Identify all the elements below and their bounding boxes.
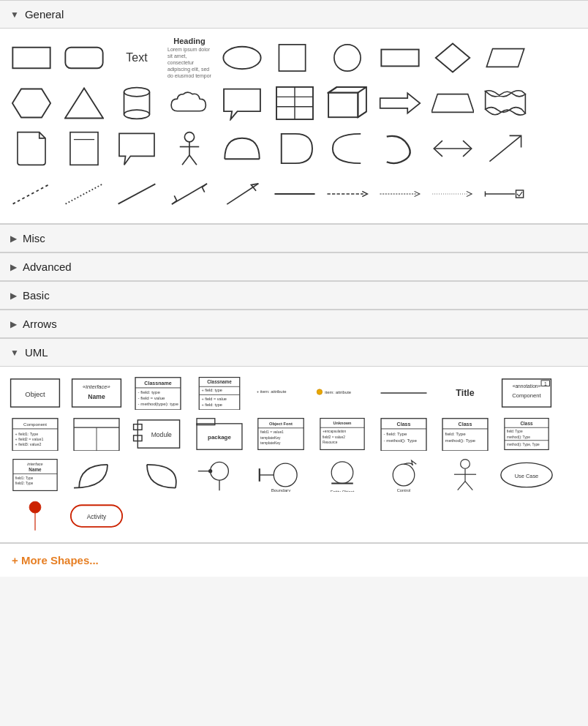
uml-class-detail[interactable]: Classname + field: type + field = value … bbox=[190, 374, 249, 412]
section-header-misc[interactable]: ▶ Misc bbox=[0, 224, 588, 252]
shape-cylinder[interactable] bbox=[111, 81, 162, 125]
shape-cloud[interactable] bbox=[164, 81, 215, 125]
uml-actor[interactable] bbox=[436, 456, 494, 494]
svg-text:field: Type: field: Type bbox=[507, 430, 523, 433]
svg-text:Activity: Activity bbox=[87, 513, 107, 520]
shape-arrow-right[interactable] bbox=[374, 81, 426, 125]
uml-interface[interactable]: «interface» Name bbox=[67, 374, 126, 412]
shape-half-circle[interactable] bbox=[216, 127, 268, 171]
shape-diagonal-arrow[interactable] bbox=[480, 127, 531, 171]
shape-heading[interactable]: Heading Lorem ipsum dolor sit amet, cons… bbox=[164, 36, 215, 80]
shape-document[interactable] bbox=[6, 127, 57, 171]
shape-double-arrow[interactable] bbox=[427, 127, 478, 171]
shape-rectangle-rounded[interactable] bbox=[59, 36, 110, 80]
shape-connector-straight[interactable] bbox=[269, 172, 320, 216]
uml-initial-state[interactable] bbox=[6, 497, 64, 535]
shape-document-alt[interactable] bbox=[59, 127, 110, 171]
uml-component-box[interactable]: «annotation» Component 1 bbox=[497, 374, 556, 412]
shape-line-arrow-both[interactable] bbox=[164, 172, 215, 216]
svg-text:field1 = value1: field1 = value1 bbox=[260, 430, 284, 434]
shape-arrow-up-right[interactable] bbox=[216, 172, 268, 216]
shape-rectangle-horizontal[interactable] bbox=[374, 36, 426, 80]
uml-control-object[interactable]: Control Object bbox=[374, 456, 433, 494]
svg-point-10 bbox=[124, 88, 150, 97]
more-shapes-button[interactable]: + More Shapes... bbox=[0, 543, 588, 577]
uml-line[interactable] bbox=[374, 374, 433, 412]
uml-boundary-object[interactable]: Boundary Object bbox=[252, 456, 310, 494]
shape-diamond[interactable] bbox=[427, 36, 478, 80]
svg-text:templateKey: templateKey bbox=[260, 436, 281, 440]
uml-class-simple[interactable]: Class - field: Type - method(): Type bbox=[374, 415, 433, 453]
shape-table[interactable] bbox=[269, 81, 320, 125]
svg-text:method(): Type, Type: method(): Type, Type bbox=[507, 443, 540, 446]
svg-text:Class: Class bbox=[521, 421, 533, 426]
svg-point-30 bbox=[184, 132, 194, 142]
svg-line-147 bbox=[465, 482, 472, 490]
uml-actor-left-arc[interactable] bbox=[67, 456, 126, 494]
section-header-general[interactable]: ▼ General bbox=[0, 0, 588, 29]
shape-trapezoid[interactable] bbox=[427, 81, 478, 125]
uml-unknown-detail[interactable]: Unknown +encapsulation field2 = value2 R… bbox=[313, 415, 372, 453]
uml-instance[interactable]: + item: attribute bbox=[252, 374, 310, 412]
shape-s-curve[interactable] bbox=[374, 127, 426, 171]
svg-line-42 bbox=[227, 184, 258, 204]
shape-person[interactable] bbox=[164, 127, 215, 171]
shape-speech-bubble[interactable] bbox=[111, 127, 162, 171]
uml-class-full[interactable]: Classname - field: type - field = value … bbox=[129, 374, 187, 412]
svg-text:interface: interface bbox=[27, 462, 42, 466]
uml-use-case[interactable]: Use Case bbox=[497, 456, 556, 494]
shape-callout[interactable] bbox=[216, 81, 268, 125]
uml-object-detail[interactable]: Object Font field1 = value1 templateKey … bbox=[252, 415, 310, 453]
shape-line-diagonal[interactable] bbox=[111, 172, 162, 216]
shape-connector-dashed-arrow[interactable] bbox=[374, 172, 426, 216]
uml-module[interactable]: Module bbox=[129, 415, 187, 453]
shape-connector-checkbox-arrow[interactable] bbox=[480, 172, 531, 216]
shape-hexagon[interactable] bbox=[6, 81, 57, 125]
uml-actor-right-arc[interactable] bbox=[129, 456, 187, 494]
shape-connector-arrow[interactable] bbox=[322, 172, 373, 216]
uml-instance-dot[interactable]: item: attribute bbox=[313, 374, 372, 412]
uml-swimlane[interactable] bbox=[67, 415, 126, 453]
uml-activity[interactable]: Activity bbox=[67, 497, 126, 535]
shape-d-shape[interactable] bbox=[269, 127, 320, 171]
shapes-panel: ▼ General Text Heading Lorem ipsum dolor… bbox=[0, 0, 588, 577]
uml-class-extended[interactable]: Class field: Type method(): Type method(… bbox=[497, 415, 556, 453]
shape-circle[interactable] bbox=[322, 36, 373, 80]
section-header-basic[interactable]: ▶ Basic bbox=[0, 281, 588, 310]
svg-text:- method(type): type: - method(type): type bbox=[138, 401, 179, 406]
shape-rectangle-small[interactable] bbox=[6, 36, 57, 80]
svg-text:+encapsulation: +encapsulation bbox=[323, 430, 346, 433]
shape-wave[interactable] bbox=[480, 81, 531, 125]
svg-line-22 bbox=[358, 112, 366, 118]
shape-dashed-line-2[interactable] bbox=[59, 172, 110, 216]
chevron-uml: ▼ bbox=[10, 348, 19, 358]
shape-ellipse[interactable] bbox=[216, 36, 268, 80]
uml-package[interactable]: package bbox=[190, 415, 249, 453]
section-header-advanced[interactable]: ▶ Advanced bbox=[0, 252, 588, 281]
shape-square[interactable] bbox=[269, 36, 320, 80]
svg-text:+ field2 = value1: + field2 = value1 bbox=[15, 437, 44, 441]
uml-title[interactable]: Title bbox=[436, 374, 494, 412]
uml-class-type[interactable]: Class field: Type method(): Type bbox=[436, 415, 494, 453]
uml-object[interactable]: Object bbox=[6, 374, 64, 412]
uml-interface-lollipop[interactable] bbox=[190, 456, 249, 494]
uml-component-diagram[interactable]: Component + field1: Type + field2 = valu… bbox=[6, 415, 64, 453]
shape-parallelogram[interactable] bbox=[480, 36, 531, 80]
section-header-uml[interactable]: ▼ UML bbox=[0, 338, 588, 367]
shape-dashed-line-1[interactable] bbox=[6, 172, 57, 216]
svg-text:- field: Type: - field: Type bbox=[384, 431, 407, 436]
section-header-arrows[interactable]: ▶ Arrows bbox=[0, 310, 588, 338]
svg-text:Resource: Resource bbox=[323, 441, 338, 444]
svg-marker-23 bbox=[380, 93, 421, 113]
shape-c-shape[interactable] bbox=[322, 127, 373, 171]
svg-text:package: package bbox=[208, 434, 231, 441]
shape-connector-dotted-arrow[interactable] bbox=[427, 172, 478, 216]
uml-entity-object[interactable]: Entity Object bbox=[313, 456, 372, 494]
shape-text[interactable]: Text bbox=[111, 36, 162, 80]
shape-3d-box[interactable] bbox=[322, 81, 373, 125]
svg-text:field: Type: field: Type bbox=[445, 431, 467, 436]
svg-text:Object Font: Object Font bbox=[269, 422, 293, 426]
uml-interface-extended[interactable]: interface Name field1: Type field2: Type bbox=[6, 456, 64, 494]
shape-triangle[interactable] bbox=[59, 81, 110, 125]
svg-text:templateKey: templateKey bbox=[260, 441, 281, 445]
